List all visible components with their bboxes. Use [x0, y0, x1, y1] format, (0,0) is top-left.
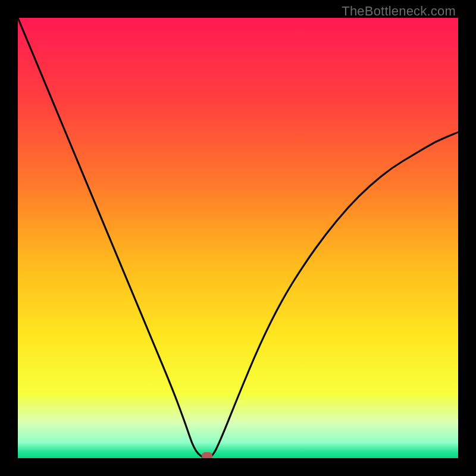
- chart-frame: TheBottleneck.com: [0, 0, 476, 476]
- plot-area: [18, 18, 458, 458]
- watermark-text: TheBottleneck.com: [342, 4, 456, 19]
- bottleneck-curve: [18, 18, 458, 458]
- optimal-point-marker: [202, 452, 212, 458]
